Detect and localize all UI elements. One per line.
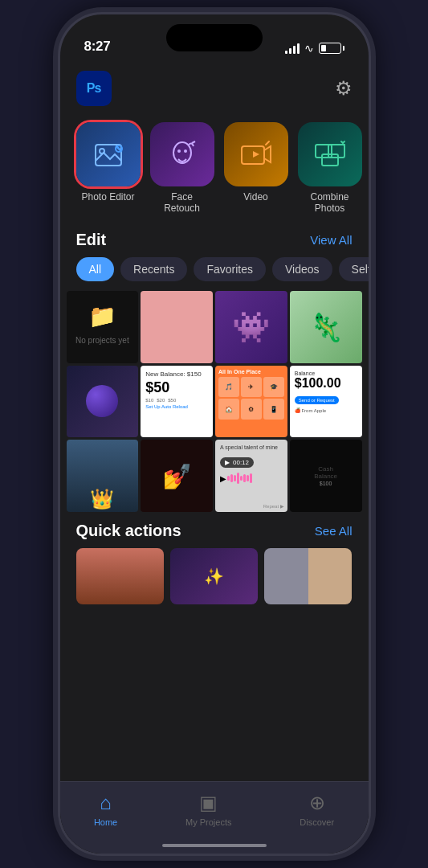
svg-point-4: [177, 149, 181, 153]
tab-all[interactable]: All: [76, 257, 115, 281]
gear-icon[interactable]: ⚙: [335, 77, 353, 100]
svg-rect-10: [322, 154, 338, 166]
quick-actions-header: Quick actions See All: [76, 522, 353, 540]
status-time: 8:27: [84, 39, 111, 55]
nav-discover[interactable]: ⊕ Discover: [300, 792, 334, 827]
grid-cell-dark-vid[interactable]: CashBalance$100: [290, 440, 362, 512]
tool-label-video: Video: [243, 191, 267, 203]
projects-icon: ▣: [199, 792, 218, 814]
bottom-nav: ⌂ Home ▣ My Projects ⊕ Discover: [60, 781, 369, 854]
grid-cell-circles[interactable]: [67, 366, 139, 438]
tool-icon-video: [224, 122, 288, 186]
photo-grid: 📁 No projects yet 👾 🦎: [60, 291, 369, 512]
nav-home-label: Home: [94, 817, 117, 827]
svg-point-5: [184, 149, 187, 153]
edit-title: Edit: [76, 231, 107, 249]
nav-home[interactable]: ⌂ Home: [94, 792, 117, 827]
see-all-link[interactable]: See All: [315, 524, 353, 538]
tab-favorites[interactable]: Favorites: [194, 257, 266, 281]
grid-cell-throne[interactable]: 👑: [67, 440, 139, 512]
signal-icon: [285, 43, 300, 54]
grid-cell-purple-monster[interactable]: 👾: [215, 291, 287, 363]
tab-videos[interactable]: Videos: [272, 257, 332, 281]
quick-actions-row: ✨: [76, 548, 353, 604]
grid-cell-cash-100[interactable]: Balance $100.00 Send or Request 🍎 From A…: [290, 366, 362, 438]
quick-actions-section: Quick actions See All ✨: [60, 512, 369, 609]
home-icon: ⌂: [100, 792, 112, 814]
grid-cell-pink-app[interactable]: [141, 291, 213, 363]
tool-face-retouch[interactable]: FaceRetouch: [150, 122, 214, 215]
video-timer: 00:12: [233, 459, 249, 466]
tool-icon-face-retouch: [150, 122, 214, 186]
dynamic-island: [166, 24, 263, 51]
quick-cell-portrait[interactable]: [264, 548, 352, 604]
tool-icon-combine-photos: [298, 122, 362, 186]
tool-photo-editor[interactable]: Photo Editor: [76, 122, 141, 215]
quick-actions-title: Quick actions: [76, 522, 181, 540]
tools-row: Photo Editor FaceRetouch: [60, 116, 369, 227]
tool-label-face-retouch: FaceRetouch: [164, 191, 200, 215]
svg-line-6: [192, 141, 195, 143]
nav-discover-label: Discover: [300, 817, 334, 827]
app-header: Ps ⚙: [60, 61, 369, 116]
battery-icon: [319, 43, 344, 54]
tool-icon-photo-editor: [76, 122, 141, 186]
nav-projects-label: My Projects: [185, 817, 231, 827]
phone-frame: 8:27 ∿ Ps ⚙: [58, 12, 371, 856]
tab-recents[interactable]: Recents: [120, 257, 187, 281]
discover-icon: ⊕: [309, 792, 325, 814]
grid-cell-nails[interactable]: 💅: [141, 440, 213, 512]
nav-my-projects[interactable]: ▣ My Projects: [185, 792, 231, 827]
grid-cell-all-in-one[interactable]: All In One Place 🎵 ✈ 🎓 🏠 ⚙ 📱: [215, 366, 287, 438]
edit-section-header: Edit View All: [60, 227, 369, 257]
quick-cell-face[interactable]: [76, 548, 164, 604]
tool-combine-photos[interactable]: CombinePhotos: [298, 122, 362, 215]
tool-video[interactable]: Video: [224, 122, 288, 215]
view-all-link[interactable]: View All: [310, 233, 352, 247]
tool-label-combine-photos: CombinePhotos: [310, 191, 349, 215]
home-bar: [162, 844, 267, 847]
grid-cell-audio-clip[interactable]: A special talent of mine ▶ 00:12 ▶: [215, 440, 287, 512]
filter-tabs: All Recents Favorites Videos Selfies: [60, 257, 369, 291]
app-content: Ps ⚙ Photo Editor: [60, 61, 369, 854]
wifi-icon: ∿: [304, 42, 314, 55]
svg-point-3: [173, 142, 191, 163]
status-icons: ∿: [285, 42, 344, 55]
ps-logo[interactable]: Ps: [76, 71, 112, 106]
tab-selfies[interactable]: Selfies: [339, 257, 369, 281]
tool-label-photo-editor: Photo Editor: [81, 191, 134, 203]
grid-cell-green-monster[interactable]: 🦎: [290, 291, 362, 363]
quick-cell-sparkle[interactable]: ✨: [170, 548, 258, 604]
grid-cell-empty[interactable]: 📁 No projects yet: [67, 291, 139, 363]
grid-cell-cash-50[interactable]: New Balance: $150 $50 $10 $20 $50 Set Up…: [141, 366, 213, 438]
